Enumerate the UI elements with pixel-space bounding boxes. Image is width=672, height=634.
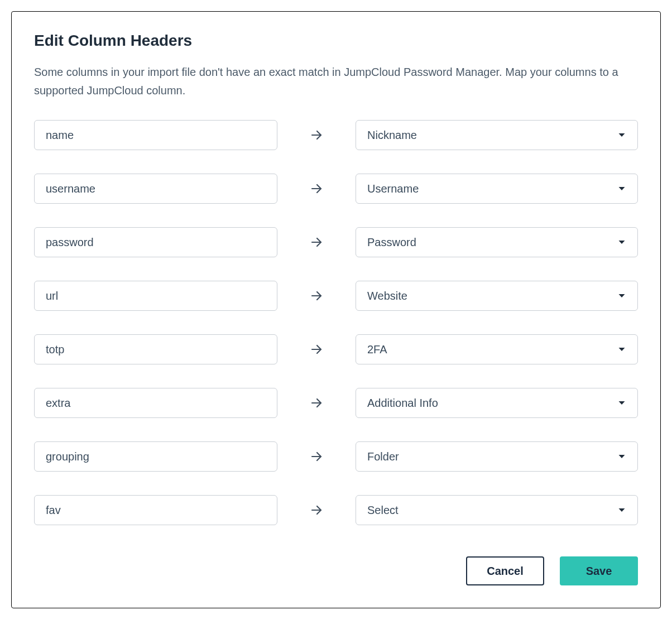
source-column-label: name — [46, 129, 74, 142]
target-column-select[interactable]: Username — [356, 174, 638, 204]
edit-column-headers-dialog: Edit Column Headers Some columns in your… — [11, 11, 661, 608]
arrow-right-icon — [310, 236, 323, 249]
target-column-label: Password — [367, 236, 416, 249]
source-column-box: password — [34, 227, 277, 257]
caret-down-icon — [617, 345, 626, 354]
cancel-button[interactable]: Cancel — [466, 556, 544, 585]
target-column-select[interactable]: Select — [356, 495, 638, 525]
target-column-label: 2FA — [367, 343, 387, 356]
target-column-select[interactable]: 2FA — [356, 334, 638, 364]
mapping-row: username Username — [34, 174, 638, 204]
caret-down-icon — [617, 291, 626, 300]
caret-down-icon — [617, 452, 626, 461]
arrow-column — [277, 343, 356, 356]
dialog-description: Some columns in your import file don't h… — [34, 63, 638, 100]
source-column-label: fav — [46, 504, 61, 517]
arrow-right-icon — [310, 503, 323, 517]
source-column-box: grouping — [34, 441, 277, 472]
arrow-right-icon — [310, 396, 323, 410]
source-column-label: username — [46, 182, 95, 195]
mapping-row: extra Additional Info — [34, 388, 638, 418]
target-column-select[interactable]: Website — [356, 281, 638, 311]
source-column-box: extra — [34, 388, 277, 418]
arrow-right-icon — [310, 182, 323, 195]
caret-down-icon — [617, 398, 626, 407]
target-column-select[interactable]: Nickname — [356, 120, 638, 150]
arrow-right-icon — [310, 289, 323, 302]
arrow-right-icon — [310, 450, 323, 463]
save-button[interactable]: Save — [560, 556, 638, 585]
target-column-label: Nickname — [367, 129, 417, 142]
mapping-row: name Nickname — [34, 120, 638, 150]
source-column-label: grouping — [46, 450, 89, 463]
mapping-row: grouping Folder — [34, 441, 638, 472]
mapping-row: url Website — [34, 281, 638, 311]
arrow-column — [277, 182, 356, 195]
target-column-select[interactable]: Password — [356, 227, 638, 257]
caret-down-icon — [617, 131, 626, 140]
source-column-label: password — [46, 236, 94, 249]
target-column-select[interactable]: Folder — [356, 441, 638, 472]
source-column-box: url — [34, 281, 277, 311]
mapping-row: fav Select — [34, 495, 638, 525]
arrow-right-icon — [310, 343, 323, 356]
source-column-label: url — [46, 290, 58, 302]
source-column-label: totp — [46, 343, 64, 356]
dialog-actions: Cancel Save — [34, 556, 638, 585]
dialog-title: Edit Column Headers — [34, 32, 638, 50]
arrow-column — [277, 128, 356, 142]
source-column-box: username — [34, 174, 277, 204]
caret-down-icon — [617, 238, 626, 247]
target-column-label: Select — [367, 504, 399, 517]
arrow-column — [277, 450, 356, 463]
source-column-box: fav — [34, 495, 277, 525]
target-column-label: Folder — [367, 450, 399, 463]
arrow-column — [277, 396, 356, 410]
source-column-box: name — [34, 120, 277, 150]
mapping-rows: name Nickname username Username — [34, 120, 638, 525]
source-column-label: extra — [46, 397, 70, 410]
target-column-label: Website — [367, 290, 407, 302]
arrow-column — [277, 289, 356, 302]
target-column-select[interactable]: Additional Info — [356, 388, 638, 418]
arrow-column — [277, 236, 356, 249]
caret-down-icon — [617, 184, 626, 193]
target-column-label: Username — [367, 182, 419, 195]
mapping-row: password Password — [34, 227, 638, 257]
mapping-row: totp 2FA — [34, 334, 638, 364]
arrow-right-icon — [310, 128, 323, 142]
arrow-column — [277, 503, 356, 517]
target-column-label: Additional Info — [367, 397, 438, 410]
source-column-box: totp — [34, 334, 277, 364]
caret-down-icon — [617, 506, 626, 515]
